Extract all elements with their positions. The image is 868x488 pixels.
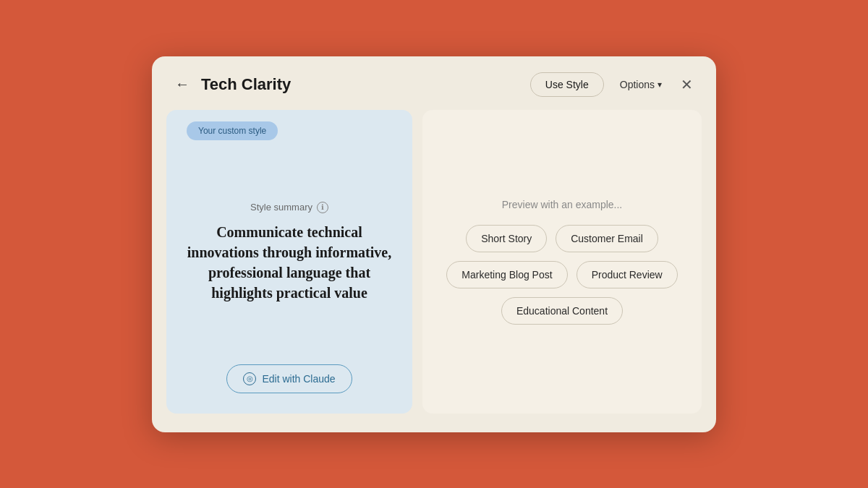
- example-row-1: Short Story Customer Email: [466, 225, 658, 252]
- preview-label: Preview with an example...: [502, 199, 623, 210]
- back-button[interactable]: ←: [172, 73, 192, 95]
- header-actions: Use Style Options ▾ ✕: [530, 72, 696, 97]
- style-summary-label: Style summary ℹ: [250, 202, 328, 213]
- marketing-blog-post-button[interactable]: Marketing Blog Post: [446, 261, 567, 288]
- style-modal: ← Tech Clarity Use Style Options ▾ ✕ You…: [152, 56, 716, 432]
- info-icon: ℹ: [317, 202, 328, 213]
- style-summary-section: Style summary ℹ Communicate technical in…: [187, 140, 392, 364]
- custom-style-badge: Your custom style: [187, 121, 278, 140]
- modal-body: Your custom style Style summary ℹ Commun…: [152, 110, 716, 428]
- chevron-down-icon: ▾: [658, 80, 662, 90]
- product-review-button[interactable]: Product Review: [576, 261, 678, 288]
- page-title: Tech Clarity: [201, 75, 522, 94]
- close-button[interactable]: ✕: [678, 73, 696, 96]
- educational-content-button[interactable]: Educational Content: [501, 297, 623, 325]
- customer-email-button[interactable]: Customer Email: [556, 225, 658, 252]
- right-panel: Preview with an example... Short Story C…: [422, 110, 702, 414]
- claude-icon: ◎: [243, 372, 256, 385]
- style-summary-text: Communicate technical innovations throug…: [187, 222, 392, 303]
- options-button[interactable]: Options ▾: [611, 73, 671, 96]
- use-style-button[interactable]: Use Style: [530, 72, 604, 97]
- example-row-2: Marketing Blog Post Product Review: [446, 261, 677, 288]
- left-panel: Your custom style Style summary ℹ Commun…: [166, 110, 412, 414]
- edit-with-claude-button[interactable]: ◎ Edit with Claude: [226, 364, 352, 393]
- modal-header: ← Tech Clarity Use Style Options ▾ ✕: [152, 56, 716, 110]
- short-story-button[interactable]: Short Story: [466, 225, 547, 252]
- example-buttons-container: Short Story Customer Email Marketing Blo…: [446, 225, 677, 325]
- example-row-3: Educational Content: [501, 297, 623, 325]
